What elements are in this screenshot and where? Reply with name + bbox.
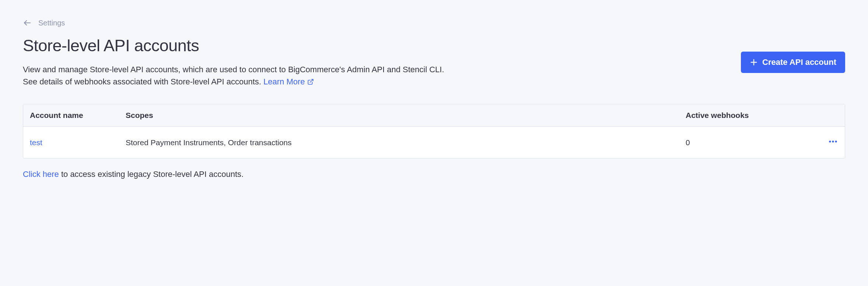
column-actions [812, 104, 845, 127]
svg-line-1 [310, 79, 313, 82]
back-arrow-icon[interactable] [23, 18, 32, 27]
create-button-label: Create API account [762, 57, 836, 67]
row-actions-button[interactable] [828, 136, 838, 147]
api-accounts-table: Account name Scopes Active webhooks test… [23, 104, 845, 158]
svg-point-6 [835, 140, 837, 142]
legacy-text: to access existing legacy Store-level AP… [59, 170, 244, 179]
learn-more-link[interactable]: Learn More [263, 76, 314, 88]
account-name-link[interactable]: test [30, 138, 42, 147]
page-header: Store-level API accounts View and manage… [23, 36, 845, 88]
table-row: test Stored Payment Instruments, Order t… [23, 127, 845, 158]
create-api-account-button[interactable]: Create API account [741, 52, 845, 73]
page-description: View and manage Store-level API accounts… [23, 63, 447, 88]
breadcrumb-label[interactable]: Settings [38, 19, 65, 27]
table-header-row: Account name Scopes Active webhooks [23, 104, 845, 127]
page-title: Store-level API accounts [23, 36, 447, 55]
legacy-link[interactable]: Click here [23, 170, 59, 179]
account-webhooks: 0 [679, 127, 812, 158]
plus-icon [750, 58, 758, 66]
svg-point-4 [829, 140, 831, 142]
column-active-webhooks: Active webhooks [679, 104, 812, 127]
header-text: Store-level API accounts View and manage… [23, 36, 447, 88]
column-scopes: Scopes [119, 104, 679, 127]
more-horizontal-icon [828, 136, 838, 147]
external-link-icon [307, 79, 314, 85]
svg-point-5 [832, 140, 834, 142]
learn-more-label: Learn More [263, 76, 305, 88]
description-text: View and manage Store-level API accounts… [23, 65, 444, 86]
column-account-name: Account name [23, 104, 119, 127]
account-scopes: Stored Payment Instruments, Order transa… [119, 127, 679, 158]
legacy-note: Click here to access existing legacy Sto… [23, 170, 845, 179]
breadcrumb: Settings [23, 18, 845, 27]
